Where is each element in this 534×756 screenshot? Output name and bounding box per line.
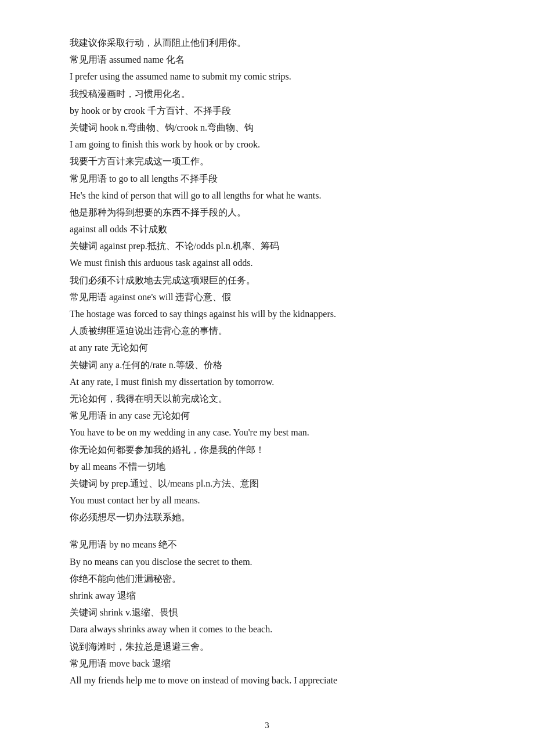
text-line: We must finish this arduous task against…: [70, 255, 464, 271]
text-line: I prefer using the assumed name to submi…: [70, 69, 464, 84]
text-line: 关键词 shrink v.退缩、畏惧: [70, 604, 464, 620]
page-number: 3: [265, 721, 269, 730]
text-line: All my friends help me to move on instea…: [70, 672, 464, 688]
text-line: 常见用语 move back 退缩: [70, 656, 464, 671]
text-line: at any rate 无论如何: [70, 340, 464, 355]
text-line: 我要千方百计来完成这一项工作。: [70, 153, 464, 169]
text-line: Dara always shrinks away when it comes t…: [70, 621, 464, 637]
text-line: 关键词 hook n.弯曲物、钩/crook n.弯曲物、钩: [70, 120, 464, 135]
text-line: 常见用语 assumed name 化名: [70, 52, 464, 67]
main-content: 我建议你采取行动，从而阻止他们利用你。常见用语 assumed name 化名I…: [70, 35, 464, 688]
text-line: 你必须想尽一切办法联系她。: [70, 509, 464, 525]
text-line: At any rate, I must finish my dissertati…: [70, 374, 464, 390]
text-line: 常见用语 in any case 无论如何: [70, 408, 464, 423]
text-line: by all means 不惜一切地: [70, 459, 464, 474]
text-line: 说到海滩时，朱拉总是退避三舍。: [70, 639, 464, 654]
spacer-line: [70, 526, 464, 537]
text-line: 我们必须不计成败地去完成这项艰巨的任务。: [70, 272, 464, 288]
text-line: against all odds 不计成败: [70, 221, 464, 237]
text-line: shrink away 退缩: [70, 588, 464, 603]
text-line: 关键词 any a.任何的/rate n.等级、价格: [70, 357, 464, 373]
text-line: By no means can you disclose the secret …: [70, 554, 464, 570]
text-line: You have to be on my wedding in any case…: [70, 424, 464, 440]
text-line: 关键词 against prep.抵抗、不论/odds pl.n.机率、筹码: [70, 238, 464, 254]
text-line: 人质被绑匪逼迫说出违背心意的事情。: [70, 323, 464, 339]
page-number-container: 3: [265, 718, 269, 733]
text-line: 我投稿漫画时，习惯用化名。: [70, 86, 464, 102]
text-line: 他是那种为得到想要的东西不择手段的人。: [70, 204, 464, 220]
text-line: 常见用语 by no means 绝不: [70, 537, 464, 552]
text-line: I am going to finish this work by hook o…: [70, 136, 464, 152]
text-line: 你无论如何都要参加我的婚礼，你是我的伴郎！: [70, 442, 464, 458]
text-line: You must contact her by all means.: [70, 492, 464, 508]
text-line: 常见用语 to go to all lengths 不择手段: [70, 171, 464, 186]
text-line: The hostage was forced to say things aga…: [70, 306, 464, 322]
text-line: He's the kind of person that will go to …: [70, 188, 464, 203]
text-line: 你绝不能向他们泄漏秘密。: [70, 571, 464, 586]
text-line: 无论如何，我得在明天以前完成论文。: [70, 391, 464, 406]
text-line: 常见用语 against one's will 违背心意、假: [70, 289, 464, 305]
text-line: by hook or by crook 千方百计、不择手段: [70, 103, 464, 118]
text-line: 关键词 by prep.通过、以/means pl.n.方法、意图: [70, 476, 464, 491]
text-line: 我建议你采取行动，从而阻止他们利用你。: [70, 35, 464, 51]
